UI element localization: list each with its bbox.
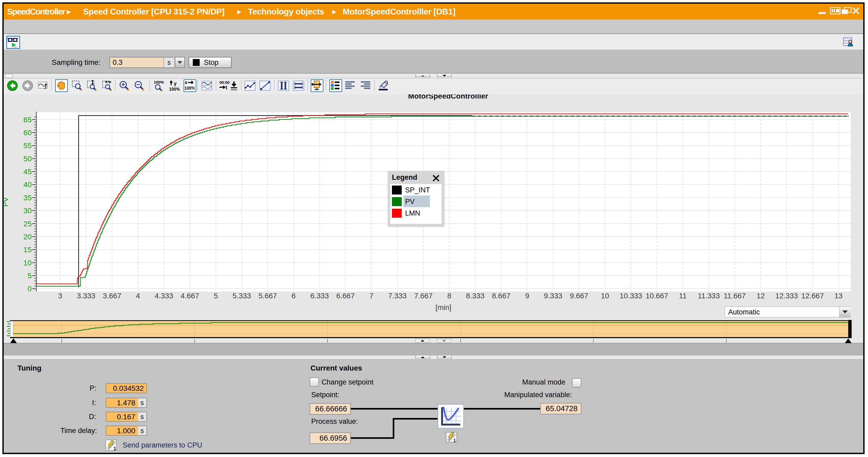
svg-text:12: 12 <box>756 292 765 300</box>
svg-text:1: 1 <box>114 446 116 451</box>
svg-text:13: 13 <box>835 292 843 300</box>
svg-text:x: x <box>185 80 188 85</box>
svg-text:15: 15 <box>24 246 32 254</box>
svg-text:9.667: 9.667 <box>570 292 588 300</box>
svg-text:6: 6 <box>292 292 296 300</box>
svg-text:11: 11 <box>679 292 686 300</box>
svg-text:45: 45 <box>24 168 32 176</box>
svg-text:60: 60 <box>24 129 32 137</box>
svg-text:10.333: 10.333 <box>620 292 642 300</box>
svg-text:12.333: 12.333 <box>775 292 798 300</box>
svg-text:10: 10 <box>601 292 609 300</box>
svg-text:55: 55 <box>24 141 32 150</box>
svg-text:10: 10 <box>24 259 32 267</box>
svg-text:y: y <box>174 80 177 86</box>
svg-text:100%: 100% <box>154 80 164 84</box>
svg-text:8.667: 8.667 <box>492 292 510 300</box>
svg-text:9.333: 9.333 <box>544 292 562 300</box>
svg-text:4: 4 <box>136 292 140 300</box>
svg-text:6.333: 6.333 <box>310 292 329 300</box>
svg-text:[min]: [min] <box>435 303 452 312</box>
svg-text:11.667: 11.667 <box>724 292 746 300</box>
svg-text:25: 25 <box>24 220 32 228</box>
svg-text:100%: 100% <box>184 86 195 90</box>
svg-text:6.667: 6.667 <box>336 292 355 300</box>
svg-text:8.333: 8.333 <box>466 292 485 300</box>
svg-text:100%: 100% <box>169 87 180 92</box>
svg-text:7.333: 7.333 <box>388 292 407 300</box>
svg-text:20: 20 <box>24 233 32 241</box>
svg-text:1: 1 <box>454 438 456 443</box>
svg-text:7.667: 7.667 <box>414 292 433 300</box>
svg-text:12.667: 12.667 <box>801 292 824 300</box>
svg-text:65: 65 <box>24 116 32 124</box>
svg-text:00:00: 00:00 <box>219 80 229 85</box>
svg-text:50: 50 <box>24 155 32 163</box>
svg-text:11.333: 11.333 <box>698 292 720 300</box>
svg-text:35: 35 <box>24 194 32 202</box>
svg-text:5: 5 <box>27 272 32 280</box>
svg-text:t: t <box>225 85 227 90</box>
svg-text:40: 40 <box>24 181 32 189</box>
svg-text:5: 5 <box>214 292 218 300</box>
svg-text:MotorSpeedControlller: MotorSpeedControlller <box>408 94 488 100</box>
svg-text:9: 9 <box>525 292 529 300</box>
svg-text:7: 7 <box>370 292 374 300</box>
svg-text:4.667: 4.667 <box>181 292 199 300</box>
svg-text:PV: PV <box>4 197 9 207</box>
svg-text:0: 0 <box>27 285 32 293</box>
svg-text:10.667: 10.667 <box>646 292 668 300</box>
svg-text:30: 30 <box>24 207 32 215</box>
svg-text:4.333: 4.333 <box>155 292 173 300</box>
svg-text:3.333: 3.333 <box>77 292 95 300</box>
svg-text:3.667: 3.667 <box>103 292 121 300</box>
svg-text:5.333: 5.333 <box>232 292 251 300</box>
svg-text:5.667: 5.667 <box>258 292 277 300</box>
svg-text:3: 3 <box>58 292 62 300</box>
svg-text:8: 8 <box>447 292 452 300</box>
